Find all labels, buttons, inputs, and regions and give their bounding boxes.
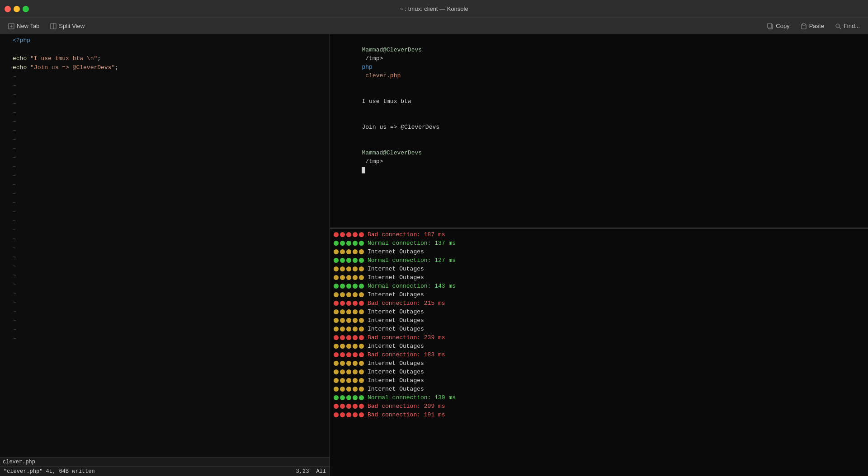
network-row: Internet Outages bbox=[334, 376, 864, 385]
dot bbox=[359, 309, 364, 314]
paste-button[interactable]: Paste bbox=[796, 21, 829, 31]
copy-button[interactable]: Copy bbox=[763, 21, 794, 31]
line-number bbox=[0, 208, 13, 217]
line-number bbox=[0, 54, 13, 63]
dot bbox=[353, 335, 358, 340]
dot bbox=[359, 318, 364, 323]
editor-line: ~ bbox=[0, 271, 330, 280]
close-button[interactable] bbox=[5, 6, 11, 12]
line-text: ~ bbox=[13, 325, 16, 334]
line-number bbox=[0, 262, 13, 271]
editor-line: ~ bbox=[0, 226, 330, 235]
network-row: Internet Outages bbox=[334, 342, 864, 350]
editor-line: ~ bbox=[0, 172, 330, 181]
maximize-button[interactable] bbox=[23, 6, 29, 12]
dot bbox=[353, 327, 358, 331]
find-button[interactable]: Find... bbox=[830, 21, 864, 31]
editor-line: ~ bbox=[0, 244, 330, 253]
dot bbox=[334, 318, 339, 323]
line-text: ~ bbox=[13, 172, 16, 181]
dot bbox=[340, 275, 345, 280]
network-row: Bad connection: 209 ms bbox=[334, 402, 864, 411]
editor-line: ~ bbox=[0, 108, 330, 117]
terminal-file: clever.php bbox=[362, 72, 401, 79]
network-row: Normal connection: 139 ms bbox=[334, 393, 864, 402]
dot bbox=[334, 378, 339, 383]
dot bbox=[340, 309, 345, 314]
editor-pane: <?php echo "I use tmux btw \n"; echo "Jo… bbox=[0, 34, 330, 476]
terminal-line: Mammad@CleverDevs /tmp> php clever.php bbox=[334, 37, 864, 89]
dot bbox=[334, 335, 339, 340]
editor-line: ~ bbox=[0, 163, 330, 172]
dot bbox=[346, 232, 351, 237]
dot bbox=[340, 412, 345, 417]
dot bbox=[334, 387, 339, 392]
line-text: echo "I use tmux btw \n"; bbox=[13, 54, 101, 63]
line-text: ~ bbox=[13, 226, 16, 235]
dot bbox=[340, 335, 345, 340]
line-text: ~ bbox=[13, 117, 16, 126]
copy-label: Copy bbox=[776, 23, 789, 29]
dot bbox=[334, 301, 339, 306]
dots-indicator bbox=[334, 378, 364, 383]
line-number bbox=[0, 235, 13, 244]
editor-line: ~ bbox=[0, 253, 330, 262]
dot bbox=[359, 241, 364, 246]
terminal-path: /tmp> bbox=[362, 158, 387, 165]
minimize-button[interactable] bbox=[14, 6, 20, 12]
line-number bbox=[0, 190, 13, 199]
line-number bbox=[0, 280, 13, 289]
dot bbox=[353, 344, 358, 349]
line-text: ~ bbox=[13, 154, 16, 163]
network-row: Internet Outages bbox=[334, 273, 864, 282]
dot bbox=[334, 266, 339, 271]
dot bbox=[346, 284, 351, 289]
network-row: Internet Outages bbox=[334, 247, 864, 256]
line-number bbox=[0, 117, 13, 126]
dots-indicator bbox=[334, 318, 364, 323]
line-number bbox=[0, 45, 13, 54]
dot bbox=[340, 258, 345, 263]
dot bbox=[340, 361, 345, 366]
dot bbox=[334, 232, 339, 237]
dot bbox=[334, 309, 339, 314]
line-number bbox=[0, 226, 13, 235]
network-row: Internet Outages bbox=[334, 368, 864, 376]
new-tab-button[interactable]: New Tab bbox=[4, 21, 44, 31]
dot bbox=[353, 309, 358, 314]
dot bbox=[353, 266, 358, 271]
line-number bbox=[0, 90, 13, 99]
dot bbox=[346, 335, 351, 340]
dot bbox=[340, 404, 345, 409]
split-view-button[interactable]: Split View bbox=[46, 21, 89, 31]
dot bbox=[340, 327, 345, 331]
editor-line: ~ bbox=[0, 316, 330, 325]
editor-mode: All bbox=[316, 468, 326, 475]
network-status-text: Internet Outages bbox=[368, 386, 424, 392]
network-row: Internet Outages bbox=[334, 308, 864, 316]
line-number bbox=[0, 253, 13, 262]
line-text: ~ bbox=[13, 217, 16, 226]
dot bbox=[346, 241, 351, 246]
editor-line: ~ bbox=[0, 217, 330, 226]
editor-line: ~ bbox=[0, 135, 330, 145]
dot bbox=[353, 301, 358, 306]
dot bbox=[334, 327, 339, 331]
terminal-pane[interactable]: Mammad@CleverDevs /tmp> php clever.php I… bbox=[330, 34, 868, 229]
line-number bbox=[0, 126, 13, 135]
dot bbox=[353, 404, 358, 409]
network-row: Bad connection: 191 ms bbox=[334, 411, 864, 419]
dots-indicator bbox=[334, 249, 364, 254]
line-number bbox=[0, 199, 13, 208]
dot bbox=[340, 387, 345, 392]
new-tab-icon bbox=[8, 23, 14, 29]
dot bbox=[359, 232, 364, 237]
editor-status-bar: "clever.php" 4L, 64B written 3,23 All bbox=[0, 466, 330, 476]
line-text: ~ bbox=[13, 280, 16, 289]
dot bbox=[334, 275, 339, 280]
dot bbox=[359, 327, 364, 331]
line-number bbox=[0, 36, 13, 45]
editor-content[interactable]: <?php echo "I use tmux btw \n"; echo "Jo… bbox=[0, 34, 330, 457]
line-number bbox=[0, 172, 13, 181]
dots-indicator bbox=[334, 412, 364, 417]
